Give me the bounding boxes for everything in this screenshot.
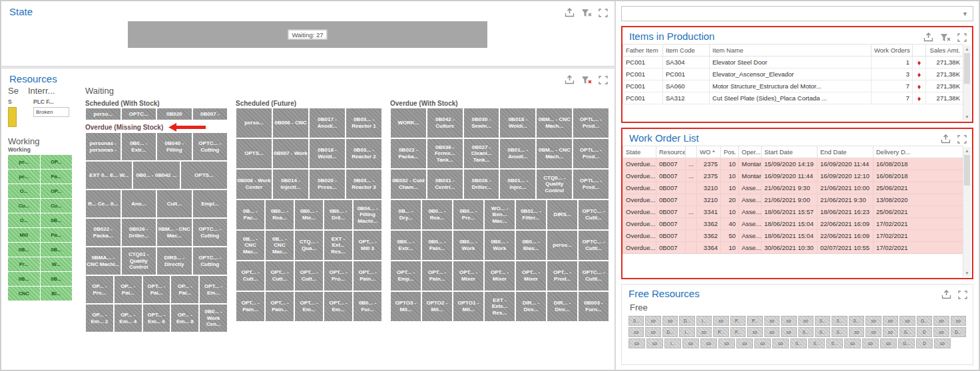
resource-tile[interactable]: OPTS...: [181, 162, 227, 189]
free-resource-tile[interactable]: D: [917, 327, 932, 337]
export-icon[interactable]: [923, 33, 933, 42]
column-header[interactable]: Item Code: [663, 45, 710, 57]
resource-tile[interactable]: OPTS...: [236, 139, 272, 168]
resource-tile[interactable]: 0B032 - Cold Cham...: [391, 170, 426, 199]
resource-tile[interactable]: 0B0... - Blas...: [516, 231, 546, 260]
resource-tile[interactable]: EXT 0... E... W...: [86, 162, 132, 189]
free-resource-tile[interactable]: 0...: [849, 316, 864, 326]
resource-tile[interactable]: 0B0... - Rea...: [422, 200, 452, 229]
free-resource-tile[interactable]: 0...: [832, 327, 847, 337]
resource-tile[interactable]: OPT... - Cutt...: [295, 261, 323, 291]
free-resource-tile[interactable]: I...: [679, 327, 694, 337]
resource-tile[interactable]: perso...: [236, 108, 272, 138]
resource-tile[interactable]: OP... - Pai...: [171, 276, 198, 303]
free-resource-tile[interactable]: co: [662, 316, 678, 326]
free-resource-tile[interactable]: co: [862, 338, 879, 348]
resource-tile[interactable]: 0B... - CNC Mac...: [236, 231, 264, 260]
resource-tile[interactable]: CTQ... - Qua...: [295, 231, 323, 260]
free-resource-tile[interactable]: 0...: [790, 338, 807, 348]
resource-tile[interactable]: OP... - Em... 4: [115, 305, 142, 332]
clear-filter-icon[interactable]: [581, 76, 592, 84]
resource-tile[interactable]: 0B020: [157, 108, 192, 120]
free-resource-tile[interactable]: 0...: [815, 316, 830, 326]
free-resource-tile[interactable]: co: [933, 316, 949, 326]
working-tile[interactable]: Bl...: [41, 287, 73, 301]
working-tile[interactable]: Cu...: [8, 199, 40, 213]
resource-tile[interactable]: 0B01... - Injec...: [500, 170, 535, 199]
resource-tile[interactable]: 0B0... - Extr...: [391, 231, 421, 260]
resource-tile[interactable]: DIRS...: [547, 200, 577, 229]
free-resource-tile[interactable]: P...: [713, 327, 728, 337]
column-header[interactable]: [686, 146, 697, 158]
resource-tile[interactable]: DIR... - Dire...: [547, 292, 577, 321]
free-resource-tile[interactable]: co: [646, 338, 663, 348]
resource-tile[interactable]: OPTC... - Cutti...: [579, 200, 609, 229]
resource-tile[interactable]: 0B017 - Anodi...: [310, 108, 345, 138]
resource-tile[interactable]: 0B003 - Furn...: [579, 292, 609, 321]
free-resource-tile[interactable]: 0...: [798, 327, 814, 337]
resource-tile[interactable]: 0B022 - Packa...: [391, 139, 426, 168]
resource-tile[interactable]: OPTC... - Cutting: [193, 133, 228, 160]
resource-tile[interactable]: OPT... - Pain...: [354, 261, 381, 291]
table-row[interactable]: Overdue...0B007...237510Montar15/09/2020…: [623, 158, 963, 170]
resource-tile[interactable]: OPT... - Mixer: [453, 261, 483, 291]
resource-tile[interactable]: 0B018 - Weldi...: [310, 139, 345, 168]
resource-tile[interactable]: OPTL... - Prod...: [573, 170, 609, 199]
resource-tile[interactable]: 0B01... - Filter...: [516, 200, 546, 229]
export-icon[interactable]: [565, 8, 575, 17]
free-resource-tile[interactable]: co: [781, 327, 796, 337]
resource-tile[interactable]: EXT - Exte... Res...: [485, 292, 515, 321]
filter-dropdown[interactable]: ▼: [621, 6, 973, 21]
column-header[interactable]: End Date: [818, 146, 873, 158]
resource-tile[interactable]: OPT... - Mixer: [516, 261, 546, 291]
working-tile[interactable]: Pr...: [8, 257, 40, 271]
resource-tile[interactable]: 0B007 -: [193, 108, 228, 120]
table-row[interactable]: Overdue...0B007321010Asse...21/06/2021 9…: [623, 182, 963, 194]
clear-filter-icon[interactable]: [940, 33, 951, 42]
resource-tile[interactable]: 0B03... - Reactor 1: [346, 108, 381, 138]
free-resource-tile[interactable]: D: [916, 338, 933, 348]
free-resource-tile[interactable]: 0...: [832, 316, 847, 326]
column-header[interactable]: Work Orders: [871, 45, 913, 57]
free-resource-tile[interactable]: 0...: [826, 338, 843, 348]
free-resource-tile[interactable]: G...: [899, 327, 915, 337]
table-row[interactable]: Overdue...0B007...237510Montar16/09/2020…: [623, 170, 963, 182]
free-resource-tile[interactable]: I...: [696, 316, 712, 326]
maximize-icon[interactable]: [957, 135, 967, 144]
resource-tile[interactable]: OPT... - Mixer: [485, 261, 515, 291]
free-resource-tile[interactable]: I...: [664, 338, 681, 348]
free-resource-tile[interactable]: P...: [747, 316, 762, 326]
resource-tile[interactable]: 0B0... - 0B042 ...: [133, 162, 179, 189]
resource-tile[interactable]: 0B018 - Weldi...: [500, 108, 535, 138]
resource-tile[interactable]: 0B0... - Rea...: [266, 200, 294, 229]
resource-tile[interactable]: 0B0... - Pain...: [422, 231, 452, 260]
resource-tile[interactable]: Empl...: [193, 190, 228, 217]
working-tile[interactable]: 0B...: [41, 213, 73, 227]
table-row[interactable]: Overdue...0B007336250Asse...18/06/2021 1…: [623, 230, 963, 242]
resource-tile[interactable]: 0B0... - Dril...: [324, 200, 352, 229]
resource-tile[interactable]: 0BM... - CNC Mach...: [537, 139, 572, 168]
resource-tile[interactable]: DIRS... - Directly: [157, 247, 192, 275]
resource-tile[interactable]: OPT... - Em... 6: [143, 305, 170, 332]
export-icon[interactable]: [565, 75, 575, 84]
free-resource-tile[interactable]: co: [781, 316, 796, 326]
free-resource-tile[interactable]: co: [628, 327, 644, 337]
free-resource-tile[interactable]: co: [772, 338, 789, 348]
resource-tile[interactable]: OP... - Em... 2: [86, 305, 113, 332]
free-resource-tile[interactable]: co: [645, 327, 660, 337]
column-header[interactable]: Sales Amt.: [926, 45, 963, 57]
working-tile[interactable]: W...: [41, 257, 73, 271]
resource-tile[interactable]: EXT - Ext... Res...: [324, 231, 352, 260]
free-resource-tile[interactable]: co: [880, 338, 897, 348]
resource-tile[interactable]: 0BM... - CNC Mac...: [157, 219, 192, 246]
resource-tile[interactable]: 0B... - Dry...: [391, 200, 421, 229]
resource-tile[interactable]: OPT... - Pain...: [422, 261, 452, 291]
resource-tile[interactable]: OPTO1 - Mil...: [453, 292, 483, 321]
resource-tile[interactable]: 0B008 - Work Center: [236, 170, 272, 199]
resource-tile[interactable]: Cult...: [157, 190, 192, 217]
free-resource-tile[interactable]: P...: [730, 316, 746, 326]
free-resource-tile[interactable]: co: [844, 338, 861, 348]
free-resource-tile[interactable]: D...: [951, 327, 966, 337]
setup-resource-tile[interactable]: [8, 107, 17, 127]
resource-tile[interactable]: OPT... - Em...: [295, 292, 323, 321]
